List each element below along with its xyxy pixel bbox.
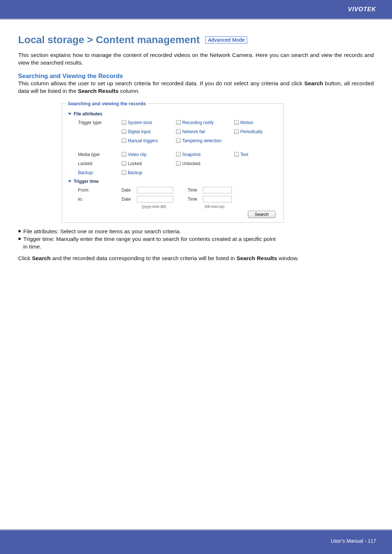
opt-manual-triggers: Manual triggers	[128, 138, 158, 143]
intro-paragraph: This section explains how to manage the …	[18, 52, 374, 67]
checkbox-locked[interactable]	[122, 161, 126, 166]
bullet-file-attributes: ■ File attributes: Select one or more it…	[18, 228, 374, 235]
date-hint: (yyyy-mm-dd)	[125, 204, 183, 209]
square-bullet-icon: ■	[18, 228, 23, 235]
checkbox-network-fail[interactable]	[176, 129, 181, 134]
footer-text: User's Manual - 117	[331, 538, 376, 544]
time-label-from: Time	[188, 188, 201, 193]
to-time-input[interactable]	[203, 196, 232, 202]
section-heading-searching: Searching and Viewing the Records	[18, 73, 374, 80]
from-row: From: Date Time	[68, 186, 278, 194]
trigger-type-label: Trigger type:	[78, 120, 122, 125]
trigger-type-row-2: Digital input Network fail Periodically	[68, 128, 278, 136]
opt-text: Text	[240, 152, 248, 157]
opt-periodically: Periodically	[240, 129, 262, 134]
checkbox-unlocked[interactable]	[176, 161, 181, 166]
closing-pre: Click	[18, 255, 32, 261]
time-label-to: Time	[188, 197, 201, 202]
checkbox-periodically[interactable]	[234, 129, 239, 134]
chevron-down-icon	[68, 180, 72, 182]
square-bullet-icon: ■	[18, 235, 23, 243]
opt-motion: Motion	[240, 120, 253, 125]
lead-bold-1: Search	[304, 80, 323, 86]
date-label-to: Date	[122, 197, 135, 202]
to-label: to:	[78, 197, 122, 202]
opt-snapshot: Snapshot	[182, 152, 201, 157]
from-label: From:	[78, 188, 122, 193]
opt-video-clip: Video clip	[128, 152, 147, 157]
bullet-list: ■ File attributes: Select one or more it…	[18, 228, 374, 251]
opt-system-boot: System boot	[128, 120, 152, 125]
fieldset-legend: Searching and viewing the records	[66, 101, 147, 106]
locked-label: Locked:	[78, 161, 122, 166]
search-fieldset: Searching and viewing the records File a…	[62, 101, 284, 223]
to-row: to: Date Time	[68, 195, 278, 203]
from-date-input[interactable]	[137, 187, 173, 193]
title-row: Local storage > Content management Advan…	[18, 34, 374, 46]
date-label-from: Date	[122, 188, 135, 193]
opt-recording-notify: Recording notify	[182, 120, 214, 125]
checkbox-motion[interactable]	[234, 120, 239, 125]
brand-text: VIVOTEK	[348, 6, 376, 13]
from-time-input[interactable]	[203, 187, 232, 193]
opt-locked: Locked	[128, 161, 142, 166]
opt-backup: Backup	[128, 170, 142, 175]
lead-pre: This column allows the user to set up se…	[18, 80, 304, 86]
checkbox-snapshot[interactable]	[176, 152, 181, 157]
opt-digital-input: Digital input	[128, 129, 151, 134]
backup-row: Backup: Backup	[68, 169, 278, 177]
locked-row: Locked: Locked Unlocked	[68, 160, 278, 168]
opt-network-fail: Network fail	[182, 129, 205, 134]
hint-row: (yyyy-mm-dd) (hh:mm:ss)	[68, 204, 278, 209]
trigger-time-header[interactable]: Trigger time	[68, 179, 278, 184]
file-attributes-label: File attributes	[74, 111, 102, 116]
opt-unlocked: Unlocked	[182, 161, 200, 166]
page: VIVOTEK Local storage > Content manageme…	[0, 0, 392, 554]
checkbox-recording-notify[interactable]	[176, 120, 181, 125]
media-type-label: Media type:	[78, 152, 122, 157]
content-area: Local storage > Content management Advan…	[0, 20, 392, 262]
checkbox-backup[interactable]	[122, 170, 126, 175]
media-type-row: Media type: Video clip Snapshot Text	[68, 151, 278, 159]
closing-bold-1: Search	[32, 255, 51, 261]
bullet-2-text-a: Trigger time: Manually enter the time ra…	[23, 235, 374, 243]
time-hint: (hh:mm:ss)	[193, 204, 236, 209]
section-lead: This column allows the user to set up se…	[18, 80, 374, 95]
closing-paragraph: Click Search and the recorded data corre…	[18, 255, 374, 262]
advanced-mode-badge: Advanced Mode	[205, 36, 247, 44]
checkbox-system-boot[interactable]	[122, 120, 126, 125]
bullet-2-text-b: in time.	[23, 243, 374, 251]
chevron-down-icon	[68, 113, 72, 115]
panel-screenshot: Searching and viewing the records File a…	[18, 101, 374, 223]
backup-label: Backup:	[78, 170, 122, 175]
closing-bold-2: Search Results	[236, 255, 277, 261]
bullet-trigger-time: ■ Trigger time: Manually enter the time …	[18, 235, 374, 243]
trigger-time-label: Trigger time	[74, 179, 99, 184]
checkbox-manual-triggers[interactable]	[122, 138, 126, 143]
file-attributes-header[interactable]: File attributes	[68, 111, 278, 116]
header-bar: VIVOTEK	[0, 0, 392, 20]
checkbox-video-clip[interactable]	[122, 152, 126, 157]
checkbox-text[interactable]	[234, 152, 239, 157]
checkbox-tampering-detection[interactable]	[176, 138, 181, 143]
checkbox-digital-input[interactable]	[122, 129, 126, 134]
lead-bold-2: Search Results	[78, 88, 119, 94]
closing-post: window.	[277, 255, 298, 261]
to-date-input[interactable]	[137, 196, 173, 202]
bullet-trigger-time-cont: in time.	[18, 243, 374, 251]
closing-mid: and the recorded data corresponding to t…	[51, 255, 237, 261]
page-title: Local storage > Content management	[18, 34, 200, 46]
opt-tampering-detection: Tampering detection	[182, 138, 221, 143]
trigger-type-row-1: Trigger type: System boot Recording noti…	[68, 119, 278, 127]
button-row: Search	[68, 211, 278, 218]
search-button[interactable]: Search	[248, 211, 275, 218]
bullet-1-text: File attributes: Select one or more item…	[23, 228, 374, 235]
trigger-type-row-3: Manual triggers Tampering detection	[68, 137, 278, 145]
lead-post: column.	[119, 88, 140, 94]
